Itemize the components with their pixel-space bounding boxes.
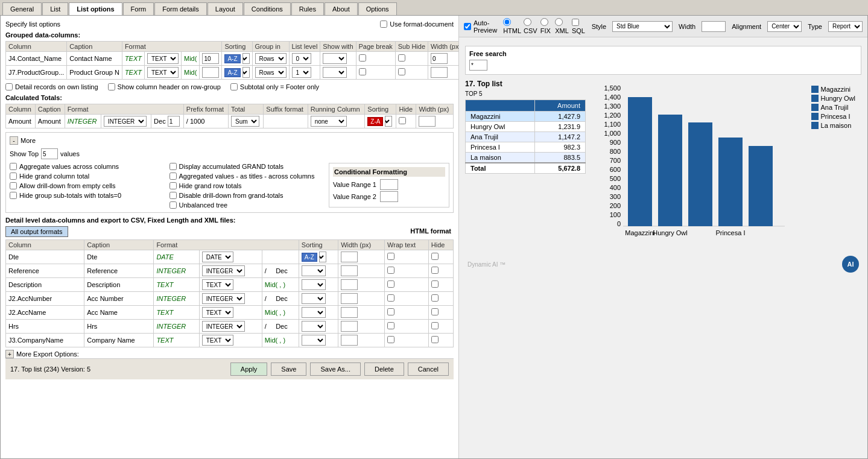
company-width-input[interactable] [341, 335, 358, 346]
type-select[interactable]: Report [828, 21, 863, 32]
tab-general[interactable]: General [2, 2, 42, 15]
cell-listlevel2[interactable]: 1 [289, 66, 320, 80]
all-output-formats-btn[interactable]: All output formats [5, 226, 68, 237]
cell-accname-sort[interactable] [299, 306, 338, 320]
sql-radio-label[interactable]: SQL [572, 19, 586, 34]
accname-hide-checkbox[interactable] [431, 308, 439, 315]
xml-radio-label[interactable]: XML [555, 18, 569, 34]
cell-hrs-wrap[interactable] [385, 320, 429, 334]
company-hide-checkbox[interactable] [431, 336, 439, 343]
style-select[interactable]: Std Blue Std Green [612, 21, 673, 32]
xml-radio[interactable] [555, 18, 563, 26]
save-button[interactable]: Save [271, 362, 306, 376]
cell-accname-fmt-sel[interactable]: TEXT [199, 306, 262, 320]
cell-ref-fmt-sel[interactable]: INTEGER [199, 264, 262, 278]
cell-width2[interactable] [428, 66, 459, 80]
display-grand-label[interactable]: Display accumulated GRAND totals [169, 163, 323, 170]
save-as-button[interactable]: Save As... [310, 362, 361, 376]
cell-hrs-wid[interactable] [338, 320, 385, 334]
hide-grand-column-label[interactable]: Hide grand column total [10, 173, 163, 180]
disable-drilldown-checkbox[interactable] [169, 192, 177, 199]
cell-accname-hide[interactable] [428, 306, 453, 320]
cell-format-select[interactable]: TEXT [145, 66, 182, 80]
aggregated-titles-checkbox[interactable] [169, 173, 177, 180]
cell-accname-wrap[interactable] [385, 306, 429, 320]
total-select[interactable]: Sum [231, 116, 259, 127]
cell-ref-sort[interactable] [299, 264, 338, 278]
cell-ref-hide[interactable] [428, 264, 453, 278]
desc-wrap-checkbox[interactable] [387, 280, 394, 288]
cell-desc-wid[interactable] [338, 278, 385, 292]
dte-hide-checkbox[interactable] [431, 253, 439, 260]
ref-fmt-select[interactable]: INTEGER [202, 265, 245, 276]
cell-dte-wrap[interactable] [385, 250, 429, 264]
hrs-sort-sel[interactable] [302, 321, 326, 332]
csv-radio[interactable] [524, 18, 531, 26]
format-type-select[interactable]: TEXT [147, 67, 179, 78]
cell-groupin2[interactable]: Rows [252, 66, 289, 80]
groupin-select[interactable]: Rows [255, 53, 287, 64]
aggregate-label[interactable]: Aggregate values across columns [10, 163, 163, 170]
cell-sorting-za[interactable]: Z-A ▾ [365, 115, 396, 128]
fix-radio-label[interactable]: FIX [540, 18, 553, 34]
more-toggle[interactable]: - [10, 136, 18, 145]
accnum-width-input[interactable] [341, 293, 358, 304]
cell-showwith[interactable] [320, 52, 356, 66]
tab-list[interactable]: List [42, 2, 68, 15]
use-format-document-checkbox[interactable] [380, 21, 387, 28]
accnum-wrap-checkbox[interactable] [387, 294, 394, 302]
ref-sort-sel[interactable] [302, 265, 326, 276]
html-radio[interactable] [503, 18, 511, 26]
auto-preview-label[interactable]: Auto-Preview [464, 19, 497, 34]
cell-accname-wid[interactable] [338, 306, 385, 320]
mid-value-input[interactable] [202, 53, 219, 64]
sorting-select2[interactable]: ▾ [242, 67, 250, 78]
accname-fmt-select[interactable]: TEXT [202, 307, 233, 318]
width-input2[interactable] [431, 67, 448, 78]
sorting-calc-select[interactable]: ▾ [385, 116, 392, 127]
width-input[interactable] [702, 21, 726, 32]
listlevel-select[interactable]: 0 [292, 53, 311, 64]
ref-hide-checkbox[interactable] [431, 267, 439, 274]
accname-wrap-checkbox[interactable] [387, 308, 394, 315]
hide-checkbox[interactable] [399, 117, 406, 124]
cell-desc-sort[interactable] [299, 278, 338, 292]
sorting-select[interactable]: ▾ [242, 53, 250, 64]
subtotal-only-label[interactable]: Subtotal only = Footer only [230, 83, 319, 90]
dte-width-input[interactable] [341, 252, 358, 262]
cell-desc-hide[interactable] [428, 278, 453, 292]
desc-width-input[interactable] [341, 279, 358, 290]
width-input[interactable] [431, 53, 448, 64]
cell-sorting[interactable]: A-Z ▾ [222, 66, 252, 80]
company-fmt-select[interactable]: TEXT [202, 335, 233, 346]
tab-layout[interactable]: Layout [207, 2, 243, 15]
company-sort-sel[interactable] [302, 335, 326, 346]
detail-records-checkbox[interactable] [5, 83, 13, 90]
accnum-hide-checkbox[interactable] [431, 294, 439, 302]
pagebreak-checkbox2[interactable] [359, 68, 366, 75]
cell-desc-fmt-sel[interactable]: TEXT [199, 278, 262, 292]
pagebreak-checkbox[interactable] [359, 54, 366, 62]
cell-showwith2[interactable] [320, 66, 356, 80]
dte-wrap-checkbox[interactable] [387, 253, 394, 260]
hide-group-subtotals-checkbox[interactable] [10, 192, 17, 199]
accname-width-input[interactable] [341, 307, 358, 318]
cell-company-fmt-sel[interactable]: TEXT [199, 334, 262, 347]
cell-format-select-calc[interactable]: INTEGER [101, 115, 151, 128]
html-radio-label[interactable]: HTML [503, 18, 521, 34]
ref-wrap-checkbox[interactable] [387, 267, 394, 274]
disable-drilldown-label[interactable]: Disable drill-down from grand-totals [169, 192, 323, 199]
width-calc-input[interactable] [419, 116, 436, 127]
aggregated-titles-label[interactable]: Aggregated values - as titles - across c… [169, 173, 323, 180]
more-export-toggle[interactable]: + [5, 350, 14, 358]
cell-dte-wid[interactable] [338, 250, 385, 264]
cell-width-calc[interactable] [416, 115, 454, 128]
cell-accnum-wrap[interactable] [385, 292, 429, 306]
value-range-2-input[interactable] [380, 191, 398, 202]
tab-form[interactable]: Form [123, 2, 154, 15]
cell-company-sort[interactable] [299, 334, 338, 347]
accnum-fmt-select[interactable]: INTEGER [202, 293, 245, 304]
showwith-select[interactable] [323, 53, 347, 64]
showwith-select2[interactable] [323, 67, 347, 78]
company-wrap-checkbox[interactable] [387, 336, 394, 343]
